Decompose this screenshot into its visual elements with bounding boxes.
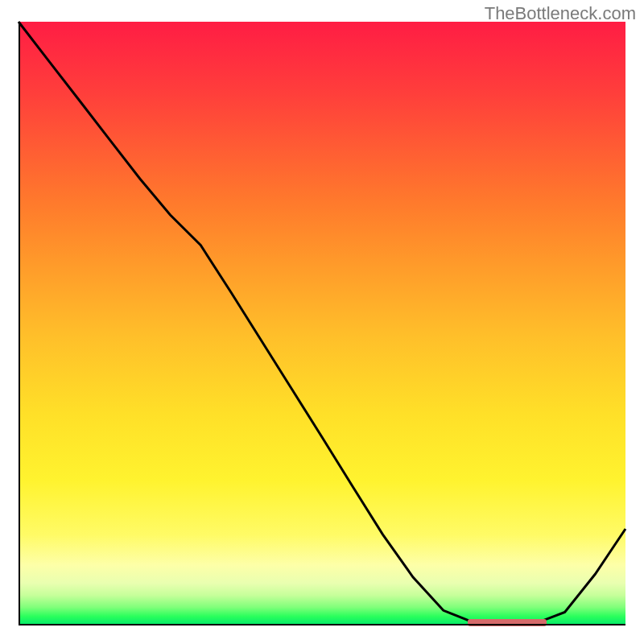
plot-gradient-background: [19, 22, 625, 625]
curve-path: [19, 22, 625, 625]
chart-container: TheBottleneck.com: [0, 0, 644, 644]
chart-svg: [19, 22, 625, 625]
optimal-band-marker: [468, 619, 547, 626]
attribution-label: TheBottleneck.com: [485, 3, 636, 24]
